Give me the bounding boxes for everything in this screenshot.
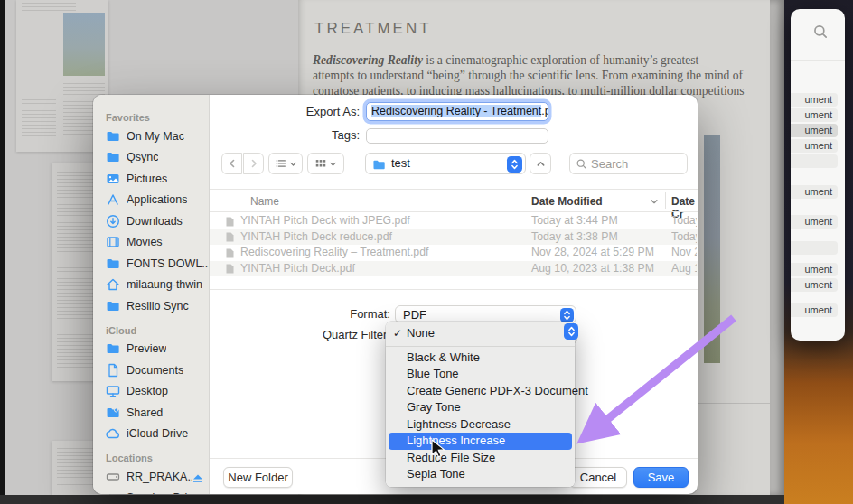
document-photo-edge — [704, 135, 720, 363]
sidebar-item-synology-drive[interactable]: SynologyDriv — [93, 488, 209, 495]
sidebar-item-qsync[interactable]: Qsync — [93, 147, 209, 169]
sidebar-item-applications[interactable]: Applications — [93, 190, 209, 211]
column-header-date-modified[interactable]: Date Modified — [531, 195, 603, 208]
list-item[interactable] — [791, 154, 838, 168]
menu-separator — [386, 346, 575, 347]
folder-select-value: test — [391, 154, 410, 173]
export-as-label: Export As: — [256, 102, 360, 121]
cancel-button[interactable]: Cancel — [569, 467, 627, 488]
sidebar-item-home[interactable]: milaaung-thwin — [93, 275, 209, 296]
list-item[interactable]: ument — [791, 185, 838, 199]
list-item[interactable]: ument — [791, 263, 838, 276]
quartz-stepper-icon[interactable] — [564, 323, 578, 340]
image-icon — [106, 172, 120, 186]
dialog-sidebar: Favorites On My Mac Qsync Pictures Appli… — [93, 95, 210, 494]
search-field[interactable] — [569, 153, 688, 174]
sidebar-item-on-my-mac[interactable]: On My Mac — [93, 126, 209, 147]
up-directory-button[interactable] — [530, 153, 551, 174]
tags-input[interactable] — [366, 128, 548, 144]
list-item[interactable]: ument — [791, 139, 838, 153]
menu-item-lightness-increase[interactable]: Lightness Increase — [389, 433, 572, 450]
menu-item-create-generic-pdfx3[interactable]: Create Generic PDFX-3 Document — [389, 383, 572, 400]
list-view-button[interactable] — [268, 153, 303, 174]
download-icon — [106, 214, 120, 229]
sidebar-item-documents[interactable]: Documents — [93, 359, 209, 381]
folder-select[interactable]: test — [365, 153, 526, 174]
shared-folder-icon — [106, 406, 120, 420]
filename-suffix: .p — [541, 105, 548, 117]
sidebar-item-icloud-drive[interactable]: iCloud Drive — [93, 424, 209, 445]
list-item[interactable]: ument — [791, 215, 838, 229]
filename-input[interactable]: Rediscovering Reality - Treatment.p — [366, 102, 548, 121]
thumbnail-photo — [63, 13, 105, 76]
document-paragraph: Rediscovering Reality is a cinematograph… — [313, 52, 745, 98]
stepper-icon — [560, 308, 574, 322]
drive-icon — [106, 490, 120, 494]
document-heading: TREATMENT — [314, 20, 432, 38]
quartz-filter-menu: ✓None Black & White Blue Tone Create Gen… — [386, 322, 575, 487]
sidebar-item-desktop[interactable]: Desktop — [93, 381, 209, 403]
pdf-file-icon — [226, 248, 234, 258]
list-item[interactable]: ument — [791, 278, 838, 292]
format-label: Format: — [256, 305, 390, 323]
menu-item-reduce-file-size[interactable]: Reduce File Size — [389, 450, 572, 467]
list-item[interactable]: ument — [791, 108, 838, 122]
back-button[interactable] — [221, 153, 242, 174]
forward-button[interactable] — [243, 153, 264, 174]
screen-left-edge — [0, 0, 5, 504]
menu-item-black-and-white[interactable]: Black & White — [389, 350, 572, 367]
screen: TREATMENT Rediscovering Reality is a cin… — [0, 0, 853, 504]
drive-icon — [106, 470, 120, 484]
search-input[interactable] — [587, 156, 674, 172]
sidebar-item-rr-prakash-drive[interactable]: RR_PRAKA... — [93, 466, 209, 488]
table-row[interactable]: YINTAH Pitch Deck reduce.pdf Today at 3:… — [210, 229, 698, 246]
sidebar-item-pictures[interactable]: Pictures — [93, 168, 209, 190]
folder-icon — [106, 129, 120, 144]
sidebar-item-downloads[interactable]: Downloads — [93, 210, 209, 232]
table-row[interactable]: Rediscovering Reality – Treatment.pdf No… — [210, 245, 698, 261]
sidebar-section-icloud: iCloud — [106, 325, 209, 336]
sidebar-item-fonts-dowl[interactable]: FONTS DOWL... — [93, 253, 209, 275]
list-item[interactable]: ument — [791, 93, 838, 107]
menu-item-blue-tone[interactable]: Blue Tone — [389, 366, 572, 383]
list-item[interactable] — [791, 241, 838, 255]
table-row[interactable]: YINTAH Pitch Deck with JPEG.pdf Today at… — [210, 213, 698, 229]
applications-icon — [106, 192, 120, 207]
sidebar-item-resilio-sync[interactable]: Resilio Sync — [93, 295, 209, 317]
sidebar-item-shared[interactable]: Shared — [93, 402, 209, 424]
search-icon[interactable] — [812, 23, 829, 40]
pdf-file-icon — [226, 217, 234, 227]
chevron-down-icon — [289, 160, 297, 168]
checkmark-icon: ✓ — [393, 325, 402, 342]
pdf-file-icon — [226, 264, 234, 274]
column-header-name[interactable]: Name — [250, 195, 279, 208]
list-view-icon — [275, 157, 287, 170]
list-item[interactable]: ument — [791, 124, 838, 137]
save-button[interactable]: Save — [633, 467, 689, 488]
grid-view-button[interactable] — [307, 153, 344, 174]
list-item[interactable]: ument — [791, 303, 838, 317]
cropped-right-panel: ument ument ument ument ument ument umen… — [791, 9, 845, 341]
new-folder-button[interactable]: New Folder — [223, 467, 293, 488]
cloud-icon — [106, 426, 120, 441]
sort-chevron-down-icon — [650, 197, 659, 206]
chevron-down-icon — [329, 160, 337, 168]
chevron-left-icon — [227, 158, 238, 169]
format-select[interactable]: PDF — [395, 305, 576, 323]
sidebar-section-favorites: Favorites — [106, 112, 209, 123]
stepper-icon — [507, 156, 522, 173]
filename-selected-text: Rediscovering Reality - Treatment — [371, 105, 541, 117]
sidebar-item-preview[interactable]: Preview — [93, 339, 209, 360]
sidebar-item-movies[interactable]: Movies — [93, 232, 209, 254]
quartz-filter-label: Quartz Filter: — [256, 326, 390, 344]
table-row[interactable]: YINTAH Pitch Deck.pdf Aug 10, 2023 at 1:… — [210, 261, 698, 277]
menu-item-gray-tone[interactable]: Gray Tone — [389, 399, 572, 416]
menu-item-sepia-tone[interactable]: Sepia Tone — [389, 466, 572, 483]
grid-view-icon — [314, 157, 327, 170]
menu-item-lightness-decrease[interactable]: Lightness Decrease — [389, 416, 572, 434]
menu-item-none[interactable]: ✓None — [389, 325, 572, 342]
search-icon — [576, 158, 587, 170]
preview-window-edge — [770, 0, 784, 495]
pdf-file-icon — [226, 232, 234, 242]
eject-icon[interactable] — [191, 471, 205, 485]
